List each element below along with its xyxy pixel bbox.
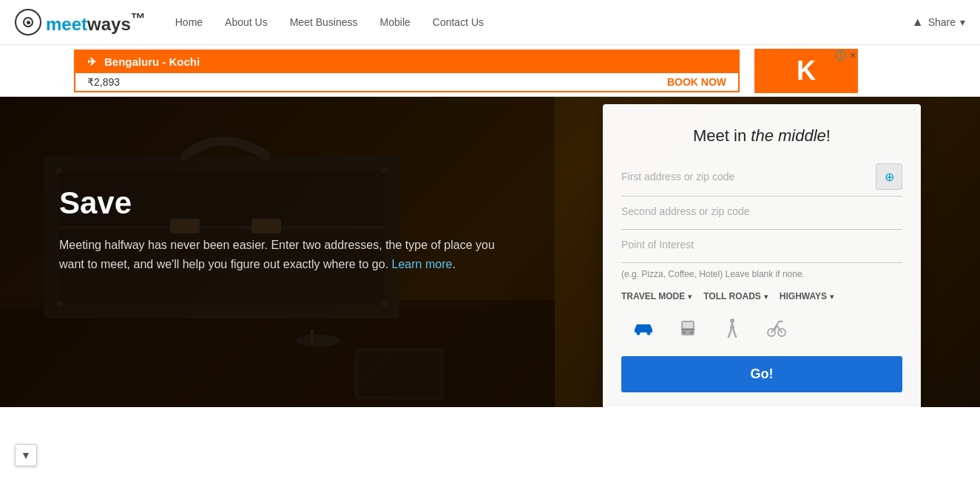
ad-side-letter: K [797, 55, 816, 86]
mode-car[interactable] [629, 313, 658, 343]
poi-hint: (e.g. Pizza, Coffee, Hotel) Leave blank … [621, 269, 902, 279]
logo-icon-inner [23, 17, 33, 27]
ad-side-info: i ✕ [836, 50, 856, 61]
logo-ways: ways [87, 14, 131, 34]
highways-dropdown[interactable]: HIGHWAYS ▾ [780, 291, 834, 301]
form-title-part1: Meet in [693, 126, 751, 145]
address2-row [621, 199, 902, 230]
mode-bike[interactable] [762, 313, 791, 343]
toll-roads-arrow: ▾ [764, 293, 768, 301]
mode-walk[interactable] [717, 313, 747, 343]
dropdowns-row: TRAVEL MODE ▾ TOLL ROADS ▾ HIGHWAYS ▾ [621, 291, 902, 301]
locate-button[interactable]: ⊕ [876, 163, 902, 190]
ad-top-bar: ✈ Bengaluru - Kochi [75, 51, 738, 73]
nav-links: Home About Us Meet Business Mobile Conta… [175, 16, 912, 28]
form-panel: Meet in the middle! ⊕ (e.g. Pizza, Coffe… [603, 104, 921, 407]
info-icon[interactable]: i [836, 50, 846, 61]
poi-input[interactable] [621, 233, 902, 256]
navigation: meetways™ Home About Us Meet Business Mo… [0, 0, 980, 45]
nav-home[interactable]: Home [175, 16, 203, 28]
logo-meet: meet [46, 14, 87, 34]
svg-rect-20 [636, 326, 651, 330]
learn-more-link[interactable]: Learn more [392, 258, 453, 270]
logo-icon [15, 9, 41, 35]
ad-banner: ✈ Bengaluru - Kochi ₹2,893 BOOK NOW i ✕ … [0, 45, 980, 97]
ad-bottom-bar: ₹2,893 BOOK NOW [75, 73, 738, 91]
hero-heading: Save [59, 185, 518, 221]
svg-point-31 [781, 321, 783, 323]
form-title: Meet in the middle! [621, 126, 902, 146]
hero-period: . [452, 258, 455, 270]
hero-body: Meeting halfway has never been easier. E… [59, 236, 518, 273]
travel-mode-label: TRAVEL MODE [621, 291, 685, 301]
nav-about[interactable]: About Us [225, 16, 268, 28]
mode-transit[interactable] [673, 313, 703, 343]
logo-tm: ™ [131, 10, 146, 27]
ad-main[interactable]: ✈ Bengaluru - Kochi ₹2,893 BOOK NOW [74, 50, 740, 92]
svg-point-25 [683, 331, 686, 334]
highways-label: HIGHWAYS [780, 291, 827, 301]
travel-mode-dropdown[interactable]: TRAVEL MODE ▾ [621, 291, 692, 301]
address1-row: ⊕ [621, 163, 902, 197]
share-icon: ▲ [912, 16, 924, 29]
toll-roads-label: TOLL ROADS [703, 291, 761, 301]
logo[interactable]: meetways™ [15, 9, 146, 35]
ad-plane-icon: ✈ [87, 55, 97, 69]
poi-row [621, 233, 902, 263]
go-button[interactable]: Go! [621, 356, 902, 392]
svg-point-21 [637, 332, 641, 335]
ad-book-button[interactable]: BOOK NOW [667, 76, 726, 88]
address1-input[interactable] [621, 165, 876, 188]
ad-price: ₹2,893 [87, 76, 120, 88]
close-ad-button[interactable]: ✕ [849, 50, 856, 61]
logo-dot [27, 21, 30, 24]
svg-rect-27 [681, 329, 695, 330]
travel-modes-row [621, 313, 902, 343]
hero-section: Save Meeting halfway has never been easi… [0, 97, 980, 407]
share-button[interactable]: ▲ Share ▾ [912, 16, 965, 29]
hero-text-block: Save Meeting halfway has never been easi… [59, 185, 518, 273]
form-title-em: the middle [751, 126, 826, 145]
ad-side-banner[interactable]: i ✕ K [754, 49, 858, 93]
nav-mobile[interactable]: Mobile [380, 16, 410, 28]
svg-rect-24 [683, 322, 693, 328]
svg-point-22 [647, 332, 651, 335]
share-label: Share [928, 16, 956, 28]
highways-arrow: ▾ [830, 293, 834, 301]
toll-roads-dropdown[interactable]: TOLL ROADS ▾ [703, 291, 768, 301]
nav-business[interactable]: Meet Business [290, 16, 358, 28]
nav-contact[interactable]: Contact Us [433, 16, 484, 28]
locate-icon: ⊕ [885, 170, 894, 184]
share-chevron: ▾ [960, 16, 965, 28]
form-title-part2: ! [826, 126, 831, 145]
svg-point-26 [690, 331, 693, 334]
travel-mode-arrow: ▾ [688, 293, 692, 301]
address2-input[interactable] [621, 199, 902, 223]
logo-text: meetways™ [46, 10, 146, 35]
ad-route: Bengaluru - Kochi [104, 55, 200, 68]
